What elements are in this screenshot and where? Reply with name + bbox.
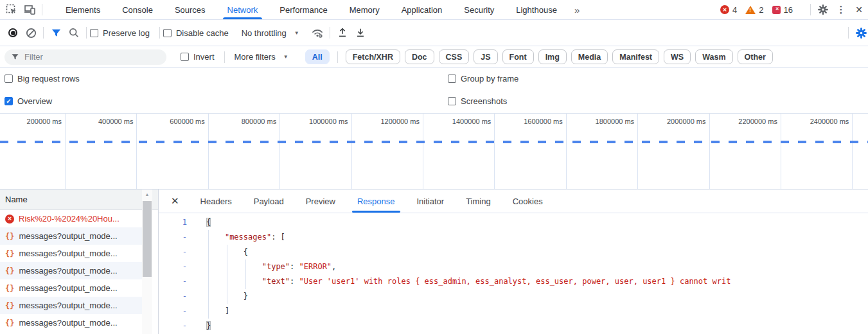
line-number: - [159,245,187,259]
filter-chip-doc[interactable]: Doc [405,49,434,64]
tab-memory[interactable]: Memory [348,0,382,19]
filter-chip-css[interactable]: CSS [439,49,470,64]
timeline-tick-label: 200000 ms [27,118,62,125]
detail-tab-initiator[interactable]: Initiator [414,189,447,213]
invert-label[interactable]: Invert [193,52,215,62]
import-har-icon[interactable] [333,24,351,41]
filter-input-pill[interactable] [4,49,166,65]
tab-sources[interactable]: Sources [173,0,208,19]
search-icon[interactable] [65,24,83,41]
tab-application[interactable]: Application [400,0,445,19]
network-conditions-icon[interactable] [308,24,326,41]
device-toolbar-icon[interactable] [21,1,39,18]
code-lines: { "messages": [ { "type": "ERROR", "text… [192,215,868,334]
filter-funnel-icon[interactable] [47,24,65,41]
request-row[interactable]: {}messages?output_mode... [0,227,142,245]
code-token: "type" [262,262,290,271]
devtools-window: ElementsConsoleSourcesNetworkPerformance… [0,0,868,334]
line-number: - [159,289,187,304]
detail-tab-headers[interactable]: Headers [198,189,235,213]
errors-icon[interactable]: ✕ [720,5,729,14]
network-overview-pane[interactable]: 200000 ms400000 ms600000 ms800000 ms1000… [0,114,868,189]
group-by-frame-checkbox[interactable] [448,75,456,83]
code-line: { [206,215,868,230]
big-request-rows-label[interactable]: Big request rows [17,74,80,84]
request-row[interactable]: {}messages?output_mode... [0,297,142,314]
detail-tab-cookies[interactable]: Cookies [510,189,545,213]
detail-tab-payload[interactable]: Payload [251,189,287,213]
group-by-frame-label[interactable]: Group by frame [461,74,518,84]
filter-input[interactable] [24,52,140,62]
screenshots-label[interactable]: Screenshots [461,96,507,106]
request-list: ✕Risk%20-%2024%20Hou...{}messages?output… [0,210,158,331]
extension-gear-icon[interactable] [852,24,868,41]
tab-performance[interactable]: Performance [278,0,329,19]
filter-chip-all[interactable]: All [305,49,330,64]
overview-checkbox[interactable]: ✓ [4,97,13,105]
filter-chip-media[interactable]: Media [571,49,608,64]
clear-network-log-icon[interactable] [22,24,40,41]
disable-cache-label[interactable]: Disable cache [176,28,229,38]
filter-chip-manifest[interactable]: Manifest [612,49,659,64]
code-token: "messages" [225,233,271,242]
filter-chip-fetch-xhr[interactable]: Fetch/XHR [346,49,400,64]
preserve-log-checkbox[interactable] [90,29,98,37]
request-row[interactable]: {}messages?output_mode... [0,279,142,297]
big-request-rows-checkbox[interactable] [4,75,13,83]
detail-tab-preview[interactable]: Preview [303,189,338,213]
more-tabs-chevron[interactable]: » [574,4,580,15]
settings-gear-icon[interactable] [814,1,832,18]
response-code-viewer[interactable]: 1------- { "messages": [ { "type": "ERRO… [159,213,868,334]
close-devtools-icon[interactable]: ✕ [850,1,868,18]
code-token: } [244,292,248,301]
preserve-log-label[interactable]: Preserve log [103,28,150,38]
warnings-count: 2 [759,5,763,15]
divider [42,4,42,15]
overview-label[interactable]: Overview [17,96,52,106]
more-filters-dropdown[interactable]: More filters [235,52,276,62]
request-xhr-icon: {} [5,284,14,293]
inspect-element-icon[interactable] [3,1,21,18]
scrollbar-thumb[interactable] [143,201,152,277]
throttling-dropdown-arrow[interactable]: ▼ [294,30,299,36]
invert-checkbox[interactable] [181,53,189,61]
request-row[interactable]: {}messages?output_mode... [0,314,142,331]
issues-icon[interactable]: ✕ [772,6,781,14]
tab-security[interactable]: Security [462,0,496,19]
request-row[interactable]: ✕Risk%20-%2024%20Hou... [0,210,142,227]
screenshots-checkbox[interactable] [448,97,456,105]
request-list-scrollbar[interactable]: ▲ [142,189,152,334]
tab-network[interactable]: Network [226,0,260,19]
more-filters-dropdown-arrow[interactable]: ▼ [283,54,288,60]
filter-chip-js[interactable]: JS [474,49,497,64]
filter-chip-ws[interactable]: WS [664,49,691,64]
scroll-up-arrow[interactable]: ▲ [142,189,152,200]
throttling-dropdown[interactable]: No throttling [242,28,287,38]
filter-chip-wasm[interactable]: Wasm [695,49,732,64]
name-column-header[interactable]: Name [0,189,158,210]
line-number: - [159,304,187,319]
warnings-icon[interactable]: ! [745,6,756,14]
request-row[interactable]: {}messages?output_mode... [0,245,142,262]
tab-elements[interactable]: Elements [64,0,102,19]
requests-table: Name ✕Risk%20-%2024%20Hou...{}messages?o… [0,189,158,334]
detail-tab-timing[interactable]: Timing [463,189,493,213]
divider [86,27,87,39]
code-token: : [290,262,299,271]
code-token: "ERROR" [299,262,332,271]
tab-console[interactable]: Console [120,0,155,19]
kebab-menu-icon[interactable]: ⋮ [832,1,850,18]
filter-chip-other[interactable]: Other [738,49,773,64]
timeline-tick: 2000000 ms [638,114,709,189]
divider [224,51,225,63]
request-row[interactable]: {}messages?output_mode... [0,262,142,279]
tab-lighthouse[interactable]: Lighthouse [514,0,559,19]
detail-tab-response[interactable]: Response [355,189,398,213]
disable-cache-checkbox[interactable] [163,29,172,37]
filter-chip-img[interactable]: Img [538,49,567,64]
record-network-log-icon[interactable] [4,24,22,41]
timeline-tick: 2400000 ms [781,114,853,189]
export-har-icon[interactable] [351,24,369,41]
filter-chip-font[interactable]: Font [502,49,534,64]
close-detail-icon[interactable]: ✕ [171,195,179,207]
